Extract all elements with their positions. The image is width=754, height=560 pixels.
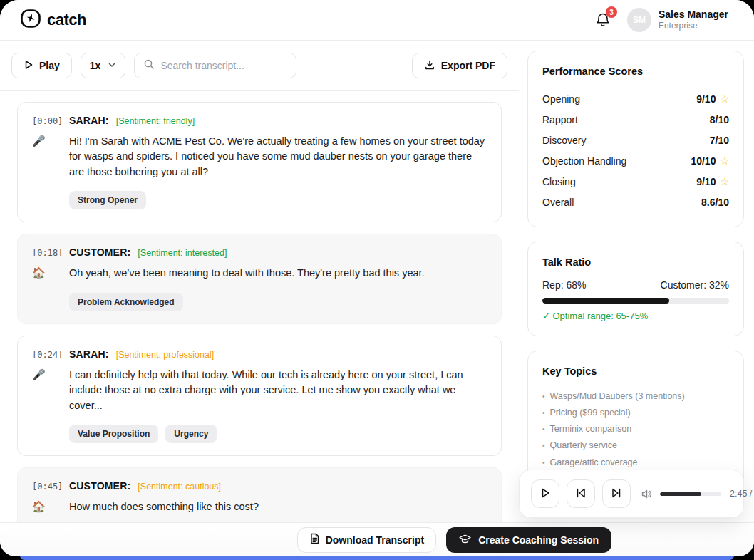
insight-badge: Value Proposition	[69, 425, 158, 443]
score-row: Discovery 7/10	[542, 130, 729, 150]
download-transcript-label: Download Transcript	[326, 534, 424, 546]
score-row: Opening 9/10 ☆	[542, 88, 729, 109]
sentiment-tag: [Sentiment: professional]	[116, 350, 215, 360]
transcript-column: Play 1x Ex	[0, 41, 519, 556]
microphone-icon: 🎤	[32, 129, 69, 180]
score-label: Closing	[542, 176, 576, 187]
play-button[interactable]: Play	[11, 53, 72, 78]
score-label: Discovery	[542, 135, 586, 146]
chevron-down-icon	[108, 60, 116, 71]
score-label: Rapport	[542, 114, 578, 125]
player-play-button[interactable]	[531, 479, 559, 508]
play-icon	[539, 487, 551, 501]
score-value: 9/10	[696, 93, 716, 105]
user-menu[interactable]: SM Sales Manager Enterprise	[627, 8, 728, 32]
speaker-name: SARAH:	[69, 348, 109, 360]
rep-ratio-label: Rep: 68%	[542, 279, 586, 291]
catch-logo-icon	[20, 8, 41, 32]
playback-speed-select[interactable]: 1x	[81, 53, 126, 78]
skip-back-button[interactable]	[567, 479, 595, 508]
panel-title: Talk Ratio	[542, 256, 729, 268]
entry-text: How much does something like this cost?	[69, 494, 487, 514]
topic-item: Wasps/Mud Daubers (3 mentions)	[542, 388, 729, 405]
star-icon: ☆	[720, 93, 729, 105]
timestamp: [0:24]	[32, 348, 69, 360]
create-coaching-session-label: Create Coaching Session	[478, 534, 599, 546]
score-row: Objection Handling 10/10 ☆	[542, 150, 729, 171]
talk-ratio-fill	[542, 298, 669, 304]
download-transcript-button[interactable]: Download Transcript	[297, 527, 436, 553]
create-coaching-session-button[interactable]: Create Coaching Session	[446, 527, 611, 553]
playback-progress-bar[interactable]	[660, 492, 721, 496]
playback-progress-fill	[660, 492, 701, 496]
performance-scores-panel: Performance Scores Opening 9/10 ☆ Rappor…	[527, 51, 744, 227]
entry-text: Oh yeah, we've been meaning to deal with…	[69, 261, 487, 281]
play-button-label: Play	[39, 60, 60, 71]
insight-badge: Urgency	[165, 425, 217, 443]
score-value: 8/10	[710, 114, 729, 125]
sentiment-tag: [Sentiment: friendly]	[116, 116, 195, 126]
transcript-toolbar: Play 1x Ex	[0, 41, 519, 91]
skip-back-icon	[575, 487, 587, 501]
app-logo[interactable]: catch	[20, 8, 86, 32]
speaker-name: CUSTOMER:	[69, 480, 130, 492]
timestamp: [0:00]	[32, 115, 69, 126]
download-icon	[424, 59, 435, 73]
score-value: 8.6/10	[701, 197, 729, 208]
search-transcript-box	[134, 53, 296, 78]
playback-time: 2:45 / 6:23	[730, 489, 754, 499]
transcript-entry[interactable]: [0:24] SARAH: [Sentiment: professional] …	[17, 336, 502, 456]
notification-count-badge: 3	[606, 6, 617, 18]
app-header: catch 3 SM Sales Manager Enterprise	[0, 0, 754, 41]
topic-item: Garage/attic coverage	[542, 455, 729, 471]
play-icon	[24, 60, 33, 72]
search-icon	[143, 58, 155, 73]
bell-icon	[594, 19, 611, 31]
sentiment-tag: [Sentiment: cautious]	[138, 482, 221, 492]
topic-item: Quarterly service	[542, 437, 729, 454]
topic-item: Terminix comparison	[542, 421, 729, 437]
score-value: 9/10	[696, 176, 716, 187]
app-window: catch 3 SM Sales Manager Enterprise	[0, 0, 754, 556]
timestamp: [0:18]	[32, 247, 69, 258]
volume-icon[interactable]	[641, 488, 653, 500]
panel-title: Key Topics	[542, 365, 729, 377]
action-footer: Download Transcript Create Coaching Sess…	[0, 522, 754, 556]
transcript-entry[interactable]: [0:18] CUSTOMER: [Sentiment: interested]…	[17, 234, 502, 323]
speaker-name: CUSTOMER:	[69, 247, 130, 258]
skip-forward-button[interactable]	[602, 479, 631, 508]
customer-ratio-label: Customer: 32%	[661, 279, 729, 291]
sentiment-tag: [Sentiment: interested]	[138, 248, 227, 258]
house-icon: 🏠	[32, 494, 69, 514]
transcript-list[interactable]: [0:00] SARAH: [Sentiment: friendly] 🎤 Hi…	[0, 91, 519, 556]
score-row: Overall 8.6/10	[542, 192, 729, 212]
entry-text: I can definitely help with that today. W…	[69, 363, 487, 413]
score-row: Closing 9/10 ☆	[542, 171, 729, 192]
score-value: 10/10	[691, 155, 716, 167]
avatar: SM	[627, 8, 651, 32]
speed-value: 1x	[90, 60, 101, 71]
search-input[interactable]	[160, 60, 289, 71]
topic-item: Pricing ($99 special)	[542, 405, 729, 421]
house-icon: 🏠	[32, 261, 69, 281]
logo-text: catch	[47, 11, 86, 29]
document-icon	[309, 533, 320, 546]
microphone-icon: 🎤	[32, 363, 69, 413]
export-pdf-label: Export PDF	[441, 60, 495, 71]
export-pdf-button[interactable]: Export PDF	[412, 53, 507, 78]
star-icon: ☆	[720, 176, 729, 187]
entry-text: Hi! I'm Sarah with ACME Pest Co. We're a…	[69, 129, 487, 180]
optimal-range-note: ✓ Optimal range: 65-75%	[542, 311, 729, 321]
talk-ratio-panel: Talk Ratio Rep: 68% Customer: 32% ✓ Opti…	[527, 242, 744, 336]
skip-forward-icon	[611, 487, 622, 501]
user-name: Sales Manager	[659, 9, 728, 21]
transcript-entry[interactable]: [0:00] SARAH: [Sentiment: friendly] 🎤 Hi…	[17, 102, 502, 222]
score-label: Overall	[542, 197, 574, 208]
notifications-button[interactable]: 3	[594, 11, 611, 28]
audio-player: 2:45 / 6:23	[519, 470, 744, 518]
talk-ratio-bar	[542, 298, 729, 304]
score-label: Objection Handling	[542, 155, 626, 167]
insight-badge: Strong Opener	[69, 191, 146, 209]
user-plan: Enterprise	[659, 21, 728, 31]
panel-title: Performance Scores	[542, 66, 729, 77]
